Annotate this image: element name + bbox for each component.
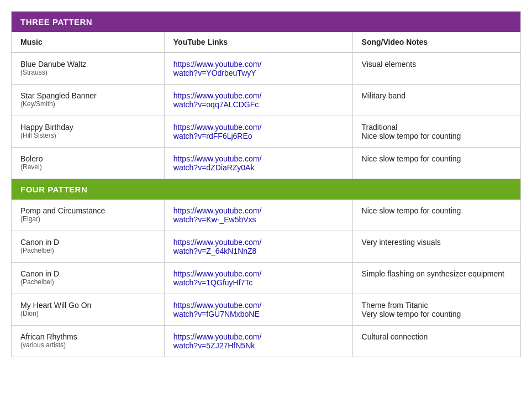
notes-cell: Visual elements <box>352 53 520 85</box>
table-row: My Heart Will Go On(Dion)https://www.you… <box>12 294 520 326</box>
table-row: Pomp and Circumstance(Elgar)https://www.… <box>12 200 520 231</box>
youtube-cell[interactable]: https://www.youtube.com/watch?v=1QGfuyHf… <box>164 263 352 294</box>
section-header-four-pattern: Four Pattern <box>12 179 520 200</box>
main-table-container: Three PatternMusicYouTube LinksSong/Vide… <box>11 11 521 357</box>
youtube-cell[interactable]: https://www.youtube.com/watch?v=Z_64kN1N… <box>164 231 352 263</box>
music-title: African Rhythms <box>20 332 155 341</box>
youtube-link[interactable]: https://www.youtube.com/watch?v=oqq7ALCD… <box>173 91 262 109</box>
notes-cell: Theme from TitanicVery slow tempo for co… <box>352 294 520 326</box>
music-composer: (Ravel) <box>20 163 155 171</box>
notes-cell: Simple flashing on synthesizer equipment <box>352 263 520 294</box>
youtube-link[interactable]: https://www.youtube.com/watch?v=fGU7NMxb… <box>173 301 262 318</box>
col-header-song-video-notes: Song/Video Notes <box>352 32 520 53</box>
music-composer: (Hill Sisters) <box>20 132 155 139</box>
section-header-three-pattern: Three Pattern <box>12 12 520 32</box>
table-row: Bolero(Ravel)https://www.youtube.com/wat… <box>12 148 520 179</box>
youtube-cell[interactable]: https://www.youtube.com/watch?v=oqq7ALCD… <box>164 85 352 116</box>
table-row: Blue Danube Waltz(Strauss)https://www.yo… <box>12 53 520 85</box>
youtube-link[interactable]: https://www.youtube.com/watch?v=Kw-_Ew5b… <box>173 206 262 224</box>
notes-cell: Nice slow tempo for counting <box>352 200 520 231</box>
table-row: Happy Birthday(Hill Sisters)https://www.… <box>12 116 520 148</box>
notes-cell: TraditionalNice slow tempo for counting <box>352 116 520 148</box>
youtube-link[interactable]: https://www.youtube.com/watch?v=5ZJ27HfN… <box>173 332 262 350</box>
youtube-link[interactable]: https://www.youtube.com/watch?v=YOdrbeuT… <box>173 60 262 77</box>
music-title: Bolero <box>20 154 155 163</box>
table-row: Canon in D(Pachelbel)https://www.youtube… <box>12 263 520 294</box>
music-cell: Bolero(Ravel) <box>12 148 164 179</box>
youtube-cell[interactable]: https://www.youtube.com/watch?v=5ZJ27HfN… <box>164 326 352 357</box>
music-title: Blue Danube Waltz <box>20 60 155 69</box>
music-composer: (Elgar) <box>20 215 155 223</box>
music-cell: Star Spangled Banner(Key/Smith) <box>12 85 164 116</box>
music-composer: (various artists) <box>20 341 155 349</box>
music-title: Star Spangled Banner <box>20 91 155 100</box>
col-header-youtube-links: YouTube Links <box>164 32 352 53</box>
music-composer: (Pachelbel) <box>20 247 155 254</box>
notes-cell: Nice slow tempo for counting <box>352 148 520 179</box>
table-row: African Rhythms(various artists)https://… <box>12 326 520 357</box>
music-composer: (Dion) <box>20 310 155 317</box>
youtube-cell[interactable]: https://www.youtube.com/watch?v=Kw-_Ew5b… <box>164 200 352 231</box>
music-cell: My Heart Will Go On(Dion) <box>12 294 164 326</box>
music-table: Three PatternMusicYouTube LinksSong/Vide… <box>12 12 520 357</box>
section-header-row-four-pattern: Four Pattern <box>12 179 520 200</box>
music-composer: (Strauss) <box>20 69 155 76</box>
music-composer: (Key/Smith) <box>20 100 155 108</box>
music-cell: Canon in D(Pachelbel) <box>12 231 164 263</box>
music-title: Pomp and Circumstance <box>20 206 155 215</box>
section-header-row-three-pattern: Three Pattern <box>12 12 520 32</box>
music-title: Canon in D <box>20 238 155 247</box>
table-row: Star Spangled Banner(Key/Smith)https://w… <box>12 85 520 116</box>
youtube-cell[interactable]: https://www.youtube.com/watch?v=rdFF6Lj6… <box>164 116 352 148</box>
notes-cell: Military band <box>352 85 520 116</box>
music-cell: Pomp and Circumstance(Elgar) <box>12 200 164 231</box>
column-header-row: MusicYouTube LinksSong/Video Notes <box>12 32 520 53</box>
youtube-link[interactable]: https://www.youtube.com/watch?v=1QGfuyHf… <box>173 269 262 287</box>
music-title: Canon in D <box>20 269 155 278</box>
music-cell: African Rhythms(various artists) <box>12 326 164 357</box>
music-title: My Heart Will Go On <box>20 301 155 310</box>
youtube-link[interactable]: https://www.youtube.com/watch?v=rdFF6Lj6… <box>173 123 262 140</box>
youtube-link[interactable]: https://www.youtube.com/watch?v=dZDiaRZy… <box>173 154 262 172</box>
music-composer: (Pachelbel) <box>20 278 155 286</box>
music-cell: Blue Danube Waltz(Strauss) <box>12 53 164 85</box>
music-cell: Canon in D(Pachelbel) <box>12 263 164 294</box>
youtube-link[interactable]: https://www.youtube.com/watch?v=Z_64kN1N… <box>173 238 262 255</box>
notes-cell: Very interesting visuals <box>352 231 520 263</box>
music-title: Happy Birthday <box>20 123 155 132</box>
youtube-cell[interactable]: https://www.youtube.com/watch?v=fGU7NMxb… <box>164 294 352 326</box>
youtube-cell[interactable]: https://www.youtube.com/watch?v=dZDiaRZy… <box>164 148 352 179</box>
music-cell: Happy Birthday(Hill Sisters) <box>12 116 164 148</box>
notes-cell: Cultural connection <box>352 326 520 357</box>
table-row: Canon in D(Pachelbel)https://www.youtube… <box>12 231 520 263</box>
col-header-music: Music <box>12 32 164 53</box>
youtube-cell[interactable]: https://www.youtube.com/watch?v=YOdrbeuT… <box>164 53 352 85</box>
